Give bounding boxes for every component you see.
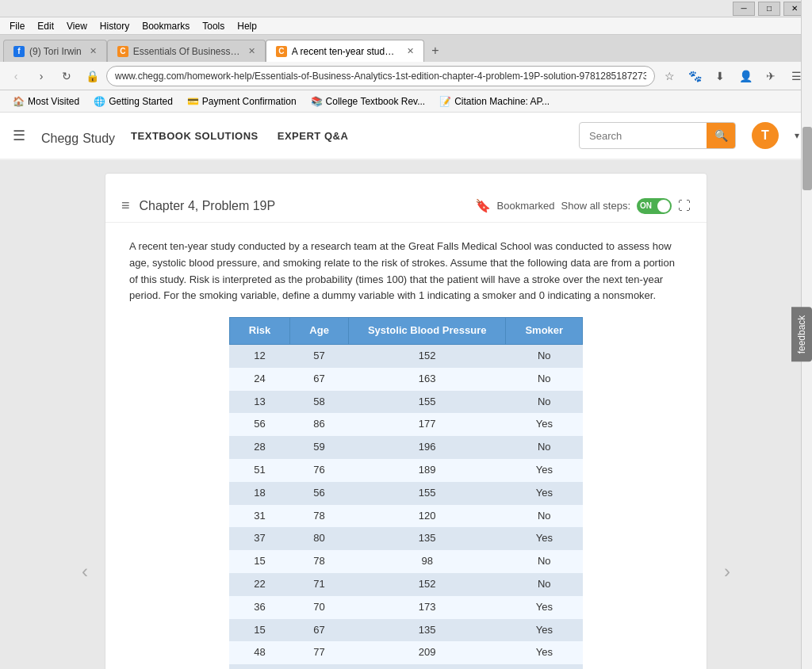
chegg-icon-button[interactable]: 🐾 bbox=[684, 65, 706, 87]
bookmark-textbook[interactable]: 📚 College Textbook Rev... bbox=[304, 94, 432, 109]
solution-prev-button[interactable]: ‹ bbox=[73, 560, 97, 583]
table-cell: 80 bbox=[290, 527, 349, 550]
table-cell: 163 bbox=[348, 368, 506, 391]
tab-label-chegg1: Essentials Of Business Ana... bbox=[133, 46, 240, 57]
table-row: 2271152No bbox=[229, 573, 582, 596]
table-cell: No bbox=[506, 505, 583, 528]
solution-next-button[interactable]: › bbox=[715, 560, 739, 583]
tab-close-current[interactable]: ✕ bbox=[407, 46, 414, 56]
tab-close-chegg1[interactable]: ✕ bbox=[248, 46, 255, 56]
menu-edit[interactable]: Edit bbox=[31, 19, 60, 33]
window-controls[interactable]: ─ □ ✕ bbox=[733, 2, 806, 16]
table-cell: Yes bbox=[506, 619, 583, 642]
tab-label-current: A recent ten-year study co... bbox=[292, 46, 399, 57]
menu-view[interactable]: View bbox=[60, 19, 94, 33]
problem-header: ≡ Chapter 4, Problem 19P 🔖 Bookmarked Sh… bbox=[105, 189, 707, 223]
menu-bookmarks[interactable]: Bookmarks bbox=[136, 19, 196, 33]
table-cell: 12 bbox=[229, 344, 289, 367]
data-table: Risk Age Systolic Blood Pressure Smoker … bbox=[229, 317, 583, 669]
table-cell: No bbox=[506, 573, 583, 596]
tab-favicon-current: C bbox=[276, 46, 287, 57]
table-cell: 152 bbox=[348, 344, 506, 367]
maximize-button[interactable]: □ bbox=[758, 2, 780, 16]
dart-button[interactable]: ✈ bbox=[760, 65, 782, 87]
table-cell: Yes bbox=[506, 527, 583, 550]
table-row: 1358155No bbox=[229, 391, 582, 414]
table-cell: 59 bbox=[290, 436, 349, 459]
table-cell: 78 bbox=[290, 505, 349, 528]
table-cell: 37 bbox=[229, 527, 289, 550]
avatar-dropdown-icon[interactable]: ▾ bbox=[795, 130, 799, 141]
tab-current[interactable]: C A recent ten-year study co... ✕ bbox=[266, 40, 424, 62]
bookmark-payment[interactable]: 💳 Payment Confirmation bbox=[181, 94, 303, 109]
hamburger-icon[interactable]: ☰ bbox=[13, 127, 25, 144]
table-cell: 135 bbox=[348, 619, 506, 642]
menu-history[interactable]: History bbox=[94, 19, 136, 33]
table-cell: 31 bbox=[229, 505, 289, 528]
forward-button[interactable]: › bbox=[30, 65, 52, 87]
tab-bar: f (9) Tori Irwin ✕ C Essentials Of Busin… bbox=[0, 35, 812, 62]
table-cell: Yes bbox=[506, 413, 583, 436]
nav-textbook-solutions[interactable]: TEXTBOOK SOLUTIONS bbox=[131, 130, 259, 142]
download-button[interactable]: ⬇ bbox=[709, 65, 731, 87]
table-cell: 152 bbox=[348, 573, 506, 596]
table-cell: Yes bbox=[506, 596, 583, 619]
back-button[interactable]: ‹ bbox=[5, 65, 27, 87]
most-visited-icon: 🏠 bbox=[13, 96, 25, 107]
table-cell: 70 bbox=[290, 596, 349, 619]
feedback-label[interactable]: feedback bbox=[791, 308, 812, 362]
table-cell: 28 bbox=[229, 436, 289, 459]
table-cell: No bbox=[506, 391, 583, 414]
toggle-on-label: ON bbox=[640, 201, 652, 210]
nav-expert-qa[interactable]: EXPERT Q&A bbox=[278, 130, 349, 142]
chegg-search-input[interactable] bbox=[580, 130, 707, 142]
menu-help[interactable]: Help bbox=[231, 19, 263, 33]
scrollbar-thumb[interactable] bbox=[802, 127, 812, 190]
bookmarked-area: 🔖 Bookmarked Show all steps: ON ⛶ bbox=[475, 198, 691, 214]
bookmark-flag-icon[interactable]: 🔖 bbox=[475, 198, 491, 213]
home-button[interactable]: 🔒 bbox=[81, 65, 103, 87]
new-tab-button[interactable]: + bbox=[424, 40, 446, 62]
address-bar[interactable] bbox=[106, 66, 655, 86]
show-all-steps-toggle[interactable]: ON bbox=[637, 198, 672, 214]
table-cell: 36 bbox=[229, 596, 289, 619]
feedback-button[interactable]: feedback bbox=[791, 308, 812, 362]
problem-statement: A recent ten-year study conducted by a r… bbox=[129, 239, 683, 304]
table-cell: No bbox=[506, 344, 583, 367]
table-cell: 15 bbox=[229, 619, 289, 642]
table-cell: 199 bbox=[348, 664, 506, 669]
bookmark-most-visited[interactable]: 🏠 Most Visited bbox=[6, 94, 86, 109]
bookmark-page-button[interactable]: ☆ bbox=[658, 65, 680, 87]
getting-started-icon: 🌐 bbox=[94, 96, 105, 107]
table-cell: 24 bbox=[229, 368, 289, 391]
table-cell: 18 bbox=[229, 482, 289, 505]
bookmark-getting-started[interactable]: 🌐 Getting Started bbox=[87, 94, 179, 109]
tab-facebook[interactable]: f (9) Tori Irwin ✕ bbox=[3, 40, 107, 62]
payment-icon: 💳 bbox=[187, 96, 199, 107]
table-cell: 76 bbox=[290, 459, 349, 482]
chegg-logo-text: Chegg bbox=[41, 132, 79, 145]
nav-bar: ‹ › ↻ 🔒 ☆ 🐾 ⬇ 👤 ✈ ☰ bbox=[0, 62, 812, 90]
data-table-wrapper: Risk Age Systolic Blood Pressure Smoker … bbox=[229, 317, 583, 669]
tab-close-facebook[interactable]: ✕ bbox=[90, 46, 97, 56]
chegg-search[interactable]: 🔍 bbox=[579, 122, 736, 149]
tab-chegg-essentials[interactable]: C Essentials Of Business Ana... ✕ bbox=[107, 40, 266, 62]
table-cell: 71 bbox=[290, 573, 349, 596]
table-cell: 48 bbox=[229, 641, 289, 664]
citation-icon: 📝 bbox=[439, 96, 451, 107]
user-avatar[interactable]: T bbox=[752, 122, 779, 149]
menu-file[interactable]: File bbox=[3, 19, 31, 33]
bookmark-citation[interactable]: 📝 Citation Machine: AP... bbox=[433, 94, 556, 109]
expand-icon[interactable]: ⛶ bbox=[678, 199, 691, 213]
col-header-sbp: Systolic Blood Pressure bbox=[348, 318, 506, 345]
menu-tools[interactable]: Tools bbox=[196, 19, 231, 33]
content-area: ‹ › ≡ Chapter 4, Problem 19P 🔖 Bookmarke… bbox=[0, 160, 812, 669]
list-icon[interactable]: ≡ bbox=[121, 197, 130, 214]
citation-label: Citation Machine: AP... bbox=[454, 96, 550, 107]
toggle-knob bbox=[657, 200, 670, 212]
minimize-button[interactable]: ─ bbox=[733, 2, 755, 16]
account-button[interactable]: 👤 bbox=[734, 65, 756, 87]
chegg-search-button[interactable]: 🔍 bbox=[707, 122, 735, 149]
solution-container: ≡ Chapter 4, Problem 19P 🔖 Bookmarked Sh… bbox=[105, 173, 707, 669]
refresh-button[interactable]: ↻ bbox=[56, 65, 78, 87]
